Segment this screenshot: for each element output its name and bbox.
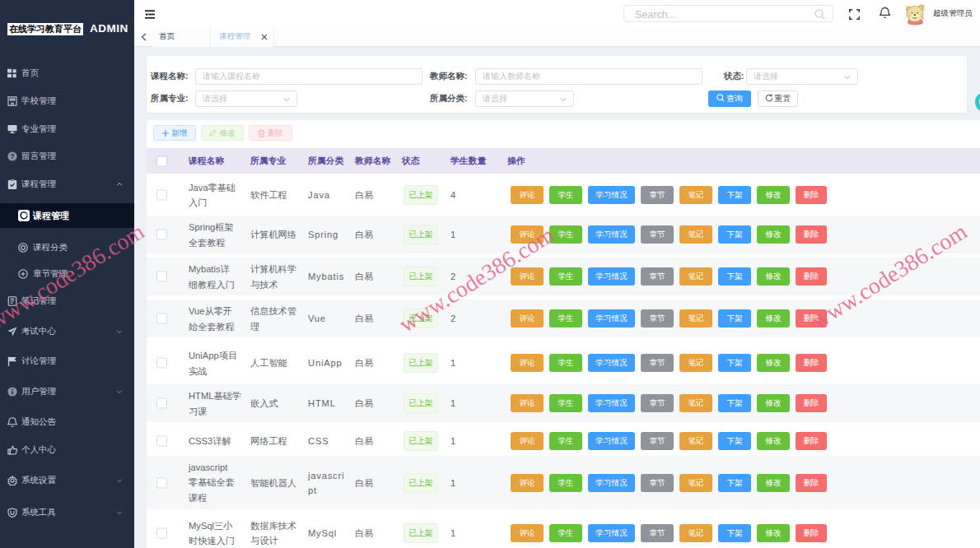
svg-text:?: ? xyxy=(10,152,14,160)
